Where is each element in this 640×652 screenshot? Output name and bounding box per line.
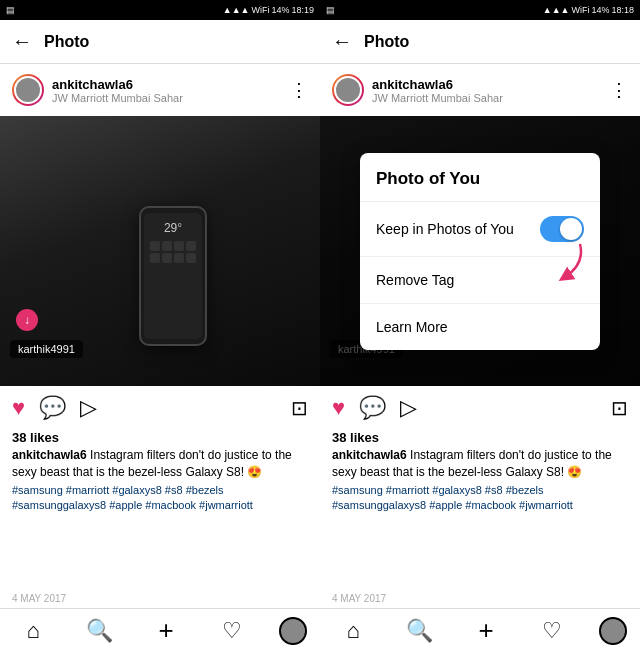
caption-area-left: ankitchawla6 Instagram filters don't do …: [0, 445, 320, 591]
learn-more-row[interactable]: Learn More: [360, 304, 600, 350]
battery-text: 14%: [271, 5, 289, 15]
bookmark-button-left[interactable]: ⊡: [291, 396, 308, 420]
comment-button-right[interactable]: 💬: [359, 395, 386, 421]
post-header-right: ankitchawla6 JW Marriott Mumbai Sahar ⋮: [320, 64, 640, 116]
signal-icon: ▲▲▲: [223, 5, 250, 15]
bottom-nav-right: ⌂ 🔍 + ♡: [320, 608, 640, 652]
username-right[interactable]: ankitchawla6: [372, 77, 610, 92]
modal-title: Photo of You: [360, 153, 600, 202]
back-button-left[interactable]: ←: [12, 30, 32, 53]
nav-title-right: Photo: [364, 33, 409, 51]
location-right: JW Marriott Mumbai Sahar: [372, 92, 610, 104]
bookmark-button-right[interactable]: ⊡: [611, 396, 628, 420]
bottom-nav-left: ⌂ 🔍 + ♡: [0, 608, 320, 652]
time-right: 18:18: [611, 5, 634, 15]
caption-username-right[interactable]: ankitchawla6: [332, 448, 407, 462]
post-date-left: 4 MAY 2017: [0, 591, 320, 608]
user-info-right: ankitchawla6 JW Marriott Mumbai Sahar: [372, 77, 610, 104]
location-left: JW Marriott Mumbai Sahar: [52, 92, 290, 104]
nav-profile-right[interactable]: [599, 617, 627, 645]
nav-add-left[interactable]: +: [146, 615, 186, 646]
nav-heart-right[interactable]: ♡: [532, 618, 572, 644]
time-left: 18:19: [291, 5, 314, 15]
keep-label: Keep in Photos of You: [376, 221, 514, 237]
photo-of-you-modal: Photo of You Keep in Photos of You Remov…: [360, 153, 600, 350]
caption-hashtags-right: #samsung #marriott #galaxys8 #s8 #bezels…: [332, 483, 628, 514]
nav-bar-left: ← Photo: [0, 20, 320, 64]
more-button-right[interactable]: ⋮: [610, 79, 628, 101]
nav-profile-left[interactable]: [279, 617, 307, 645]
nav-home-right[interactable]: ⌂: [333, 618, 373, 644]
caption-hashtags-left: #samsung #marriott #galaxys8 #s8 #bezels…: [12, 483, 308, 514]
toggle-knob: [560, 218, 582, 240]
likes-count-left: 38 likes: [0, 430, 320, 445]
wifi-icon: WiFi: [251, 5, 269, 15]
left-phone-panel: ▤ ▲▲▲ WiFi 14% 18:19 ← Photo ankitchawla…: [0, 0, 320, 652]
nav-search-right[interactable]: 🔍: [400, 618, 440, 644]
username-left[interactable]: ankitchawla6: [52, 77, 290, 92]
red-arrow-annotation: [530, 239, 590, 289]
post-image-right: 29° karthik4991: [320, 116, 640, 386]
caption-username-left[interactable]: ankitchawla6: [12, 448, 87, 462]
avatar-right: [332, 74, 364, 106]
status-bar-right: ▤ ▲▲▲ WiFi 14% 18:18: [320, 0, 640, 20]
likes-count-right: 38 likes: [320, 430, 640, 445]
nav-heart-left[interactable]: ♡: [212, 618, 252, 644]
post-image-left[interactable]: 29° karthik499: [0, 116, 320, 386]
action-bar-left: ♥ 💬 ▷ ⊡: [0, 386, 320, 430]
more-button-left[interactable]: ⋮: [290, 79, 308, 101]
avatar-left: [12, 74, 44, 106]
right-phone-panel: ▤ ▲▲▲ WiFi 14% 18:18 ← Photo ankitchawla…: [320, 0, 640, 652]
tag-label-left[interactable]: karthik4991: [10, 340, 83, 358]
status-bar-left: ▤ ▲▲▲ WiFi 14% 18:19: [0, 0, 320, 20]
like-button-left[interactable]: ♥: [12, 395, 25, 421]
notification-icon: ▤: [6, 5, 15, 15]
action-bar-right: ♥ 💬 ▷ ⊡: [320, 386, 640, 430]
battery-text-right: 14%: [591, 5, 609, 15]
nav-home-left[interactable]: ⌂: [13, 618, 53, 644]
post-date-right: 4 MAY 2017: [320, 591, 640, 608]
comment-button-left[interactable]: 💬: [39, 395, 66, 421]
signal-icon-right: ▲▲▲: [543, 5, 570, 15]
back-button-right[interactable]: ←: [332, 30, 352, 53]
like-button-right[interactable]: ♥: [332, 395, 345, 421]
nav-search-left[interactable]: 🔍: [80, 618, 120, 644]
post-header-left: ankitchawla6 JW Marriott Mumbai Sahar ⋮: [0, 64, 320, 116]
share-button-right[interactable]: ▷: [400, 395, 417, 421]
notification-icon-right: ▤: [326, 5, 335, 15]
remove-tag-label: Remove Tag: [376, 272, 454, 288]
nav-add-right[interactable]: +: [466, 615, 506, 646]
share-button-left[interactable]: ▷: [80, 395, 97, 421]
user-info-left: ankitchawla6 JW Marriott Mumbai Sahar: [52, 77, 290, 104]
nav-bar-right: ← Photo: [320, 20, 640, 64]
caption-area-right: ankitchawla6 Instagram filters don't do …: [320, 445, 640, 591]
modal-overlay[interactable]: Photo of You Keep in Photos of You Remov…: [320, 116, 640, 386]
nav-title-left: Photo: [44, 33, 89, 51]
remove-tag-row[interactable]: Remove Tag: [360, 257, 600, 304]
wifi-icon-right: WiFi: [571, 5, 589, 15]
learn-more-label: Learn More: [376, 319, 448, 335]
tag-arrow-indicator: ↓: [16, 309, 38, 331]
